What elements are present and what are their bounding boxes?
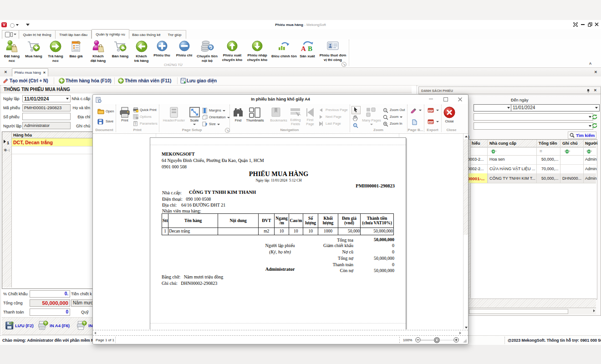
svg-text:?: ? (134, 122, 136, 126)
svg-text:?: ? (83, 321, 86, 325)
svg-text:PDF: PDF (429, 110, 434, 113)
svg-text:PDF: PDF (429, 121, 434, 124)
svg-text:B: B (308, 45, 312, 52)
svg-text:?: ? (45, 321, 47, 325)
svg-text:A: A (301, 45, 306, 52)
